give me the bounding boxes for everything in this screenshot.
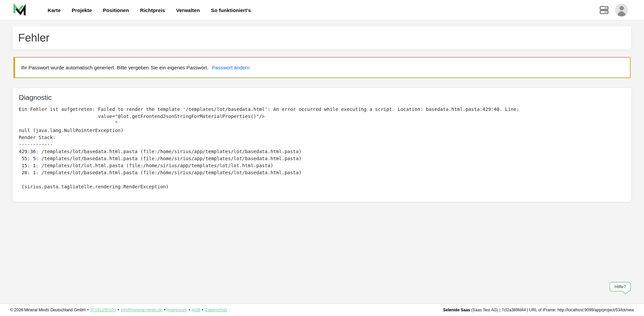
footer-session-info: Selenide Saas (Saas Test AG) | 7cf2a389f…: [443, 308, 634, 312]
nav-item-karte[interactable]: Karte: [48, 7, 61, 13]
diagnostic-stacktrace: Ein Fehler ist aufgetreten: Failed to re…: [19, 106, 625, 190]
change-password-link[interactable]: Passwort ändern: [212, 65, 250, 70]
nav-item-richtpreis[interactable]: Richtpreis: [140, 7, 165, 13]
avatar-body-icon: [617, 11, 626, 16]
nav-item-so-funktionierts[interactable]: So funktioniert's: [211, 7, 251, 13]
copyright-text: © 2026 Mineral Minds Deutschland GmbH: [10, 308, 86, 312]
footer-link-phone[interactable]: 07151/250100: [90, 308, 116, 312]
diagnostic-card: Diagnostic Ein Fehler ist aufgetreten: F…: [13, 88, 631, 202]
diagnostic-heading: Diagnostic: [19, 93, 625, 102]
navbar-right: [598, 4, 628, 16]
nav-item-projekte[interactable]: Projekte: [72, 7, 92, 13]
tenant-name: Selenide Saas: [443, 308, 470, 312]
navbar: Karte Projekte Positionen Richtpreis Ver…: [0, 0, 644, 20]
avatar-head-icon: [620, 6, 624, 10]
user-avatar[interactable]: [615, 4, 628, 16]
main-content: Fehler Ihr Passwort wurde automatisch ge…: [0, 20, 644, 303]
footer-link-agb[interactable]: AGB: [192, 308, 200, 312]
footer-separator: •: [118, 308, 119, 312]
nav-item-verwalten[interactable]: Verwalten: [176, 7, 200, 13]
server-dns-icon[interactable]: [598, 4, 610, 16]
footer-separator: •: [202, 308, 203, 312]
help-label: Hilfe?: [614, 284, 626, 289]
mineral-minds-logo-icon[interactable]: [12, 2, 26, 18]
help-button[interactable]: Hilfe?: [609, 282, 631, 292]
page-title-card: Fehler: [13, 26, 631, 50]
footer: © 2026 Mineral Minds Deutschland GmbH • …: [0, 303, 644, 316]
footer-link-datenschutz[interactable]: Datenschutz: [205, 308, 227, 312]
session-details: (Saas Test AG) | 7cf2a389fd44 | URL of i…: [470, 308, 634, 312]
warning-message: Ihr Passwort wurde automatisch generiert…: [21, 65, 209, 70]
footer-separator: •: [189, 308, 190, 312]
nav-item-positionen[interactable]: Positionen: [103, 7, 129, 13]
main-navigation: Karte Projekte Positionen Richtpreis Ver…: [48, 7, 251, 13]
footer-link-email[interactable]: info@mineral-minds.de: [121, 308, 162, 312]
footer-link-impressum[interactable]: Impressum: [167, 308, 187, 312]
footer-separator: •: [87, 308, 89, 312]
footer-left: © 2026 Mineral Minds Deutschland GmbH • …: [10, 308, 227, 312]
footer-separator: •: [164, 308, 165, 312]
password-warning-banner: Ihr Passwort wurde automatisch generiert…: [13, 57, 631, 78]
page-title: Fehler: [18, 31, 50, 44]
